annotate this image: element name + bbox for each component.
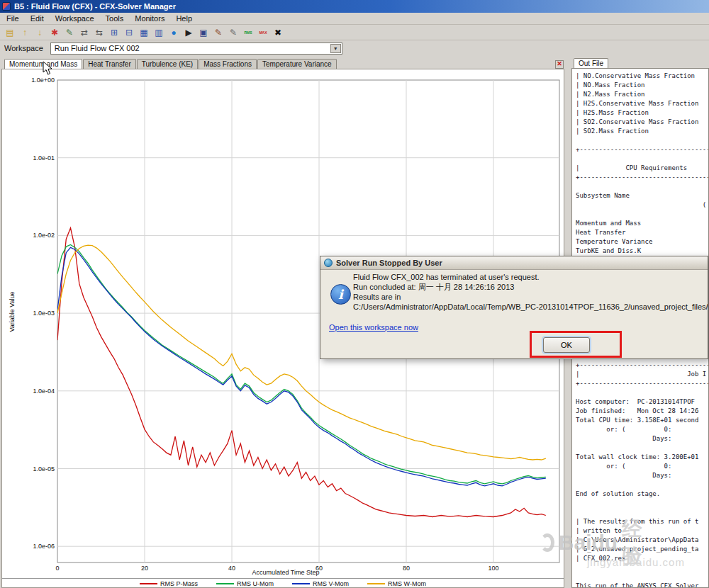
dialog-text-line: C:/Users/Administrator/AppData/Local/Tem… xyxy=(353,302,708,312)
out-file-line: | The results from this run of t xyxy=(576,517,709,526)
new-monitor-icon[interactable]: ▤ xyxy=(3,26,17,39)
y-tick-label: 1.0e+00 xyxy=(31,77,55,84)
out-file-line: | NO.Mass Fraction xyxy=(576,81,709,90)
workspace-selected-value: Run Fluid Flow CFX 002 xyxy=(55,44,140,52)
open-run-icon[interactable]: ↑ xyxy=(18,26,32,39)
edit-plot-icon[interactable]: ✎ xyxy=(211,26,225,39)
menu-edit[interactable]: Edit xyxy=(26,13,49,23)
solver-stopped-dialog: Solver Run Stopped By User i Fluid Flow … xyxy=(320,256,708,359)
out-file-line: Total wall clock time: 3.200E+01 xyxy=(576,453,709,462)
out-file-line: | Job I xyxy=(576,370,709,379)
out-file-line: | SO2.Mass Fraction xyxy=(576,127,709,136)
out-file-line xyxy=(576,210,709,219)
out-file-line: | 6_2\unsaved_project_pending_ta xyxy=(576,545,709,554)
dialog-text-line: Fluid Flow CFX_002 has terminated at use… xyxy=(353,272,708,282)
tab-mass-fractions[interactable]: Mass Fractions xyxy=(199,59,257,69)
out-file-line: +---------------------------------- xyxy=(576,173,709,182)
legend-item-rms-v-mom: RMS V-Mom xyxy=(292,580,349,587)
monitor-table-icon[interactable]: ⊟ xyxy=(122,26,136,39)
out-file-line: +---------------------------------- xyxy=(576,379,709,388)
y-tick-label: 1.0e-02 xyxy=(33,232,55,239)
y-tick-label: 1.0e-01 xyxy=(33,154,55,162)
menu-workspace[interactable]: Workspace xyxy=(50,13,99,23)
workspace-row: Workspace Run Fluid Flow CFX 002 ▼ xyxy=(0,40,709,56)
save-run-icon[interactable]: ↓ xyxy=(33,26,47,39)
x-tick-label: 100 xyxy=(488,565,498,572)
y-tick-label: 1.0e-06 xyxy=(33,543,55,550)
window-title: B5 : Fluid Flow (CFX) - CFX-Solver Manag… xyxy=(14,2,176,11)
out-file-text-top: | NO.Conservative Mass Fraction| NO.Mass… xyxy=(576,72,709,265)
out-file-line xyxy=(576,182,709,191)
tab-out-file[interactable]: Out File xyxy=(574,58,608,69)
workspace-label: Workspace xyxy=(4,44,43,52)
out-file-line: | CFX_002.res xyxy=(576,554,709,563)
tab-temperature-variance[interactable]: Temperature Variance xyxy=(257,59,337,69)
max-residual-icon[interactable]: MAX xyxy=(256,26,270,39)
out-file-line: | SO2.Conservative Mass Fraction xyxy=(576,118,709,127)
menu-monitors[interactable]: Monitors xyxy=(130,13,169,23)
rms-residual-icon[interactable]: RMS xyxy=(241,26,255,39)
out-file-line xyxy=(576,572,709,582)
y-tick-label: 1.0e-04 xyxy=(33,388,55,395)
monitor-grid-icon[interactable]: ⊞ xyxy=(107,26,121,39)
tab-turbulence-ke[interactable]: Turbulence (KE) xyxy=(137,59,198,69)
report-icon[interactable]: ▦ xyxy=(137,26,151,39)
export-solver-icon[interactable]: ⇆ xyxy=(92,26,106,39)
out-file-line: | H2S.Mass Fraction xyxy=(576,108,709,118)
rms-u-mom-swatch xyxy=(216,583,234,584)
legend-label: RMS P-Mass xyxy=(160,580,198,587)
info-icon: i xyxy=(330,284,351,305)
chart-layout-icon[interactable]: ▥ xyxy=(152,26,166,39)
save-icon[interactable]: ▣ xyxy=(196,26,211,39)
out-file-line: Job finished: Mon Oct 28 14:26 xyxy=(576,407,709,416)
out-file-line xyxy=(576,154,709,164)
out-file-line: or: ( 0: xyxy=(576,425,709,434)
chart-x-axis-label: Accumulated Time Step xyxy=(87,569,484,576)
define-run-icon[interactable]: ✱ xyxy=(48,26,62,39)
dialog-text-line: Results are in xyxy=(353,292,708,302)
legend-item-rms-u-mom: RMS U-Mom xyxy=(216,580,274,587)
out-file-line: End of solution stage. xyxy=(576,490,709,499)
ok-button[interactable]: OK xyxy=(543,337,590,353)
out-file-line: Temperature Variance xyxy=(576,237,709,247)
legend-label: RMS V-Mom xyxy=(313,580,349,587)
tab-heat-transfer[interactable]: Heat Transfer xyxy=(83,59,136,69)
edit-report-icon[interactable]: ✎ xyxy=(226,26,240,39)
toolbar: ▤↑↓✱✎⇄⇆⊞⊟▦▥●▶▣✎✎RMSMAX✖ xyxy=(0,25,709,40)
dialog-title: Solver Run Stopped By User xyxy=(336,259,442,267)
chart-y-axis-label: Variable Value xyxy=(9,269,16,354)
app-icon xyxy=(2,2,11,11)
out-file-line xyxy=(576,508,709,517)
out-file-line: | N2.Mass Fraction xyxy=(576,90,709,99)
out-file-line: Heat Transfer xyxy=(576,228,709,237)
start-run-icon[interactable]: ▶ xyxy=(182,26,196,39)
out-file-line: Subsystem Name xyxy=(576,191,709,200)
out-file-line xyxy=(576,480,709,490)
out-file-line: +---------------------------------- xyxy=(576,145,709,154)
out-file-line: +---------------------------------- xyxy=(576,361,709,370)
dialog-titlebar[interactable]: Solver Run Stopped By User xyxy=(320,256,708,270)
out-file-line: Momentum and Mass xyxy=(576,219,709,228)
out-file-line: or: ( 0: xyxy=(576,462,709,471)
rms-p-mass-swatch xyxy=(140,583,157,584)
out-file-line xyxy=(576,443,709,453)
menubar: FileEditWorkspaceToolsMonitorsHelp xyxy=(0,13,709,25)
mouse-cursor-icon xyxy=(43,61,52,76)
menu-help[interactable]: Help xyxy=(171,13,197,23)
workspace-select[interactable]: Run Fluid Flow CFX 002 ▼ xyxy=(50,43,342,55)
edit-run-icon[interactable]: ✎ xyxy=(62,26,77,39)
import-solver-icon[interactable]: ⇄ xyxy=(77,26,91,39)
menu-file[interactable]: File xyxy=(1,13,24,23)
out-file-line: | NO.Conservative Mass Fraction xyxy=(576,72,709,81)
close-monitor-button[interactable]: ✕ xyxy=(555,60,564,69)
chevron-down-icon[interactable]: ▼ xyxy=(330,44,341,53)
stop-run-icon[interactable]: ✖ xyxy=(271,26,285,39)
out-file-line: | C:\Users\Administrator\AppData xyxy=(576,536,709,545)
out-file-line xyxy=(576,136,709,145)
open-workspace-link[interactable]: Open this workspace now xyxy=(329,323,418,332)
globe-icon[interactable]: ● xyxy=(167,26,181,39)
out-file-line: Days: xyxy=(576,471,709,480)
menu-tools[interactable]: Tools xyxy=(101,13,129,23)
out-file-line: | written to xyxy=(576,526,709,536)
titlebar[interactable]: B5 : Fluid Flow (CFX) - CFX-Solver Manag… xyxy=(0,0,709,13)
